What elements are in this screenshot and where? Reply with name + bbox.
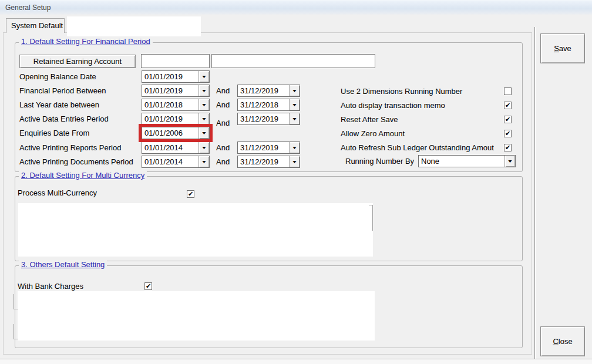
last-year-date-label: Last Year date between bbox=[19, 99, 99, 111]
financial-period-to-combo[interactable]: 31/12/2019 ▼ bbox=[237, 85, 300, 97]
dropdown-button[interactable]: ▼ bbox=[199, 113, 209, 124]
active-printing-reports-label: Active Printing Reports Period bbox=[19, 141, 121, 154]
tab-system-default[interactable]: System Default bbox=[6, 18, 65, 33]
combo-value: 31/12/2019 bbox=[238, 85, 289, 96]
dropdown-button[interactable]: ▼ bbox=[199, 71, 209, 82]
checkmark-icon: ✔ bbox=[188, 191, 193, 197]
chevron-down-icon: ▼ bbox=[291, 160, 297, 164]
close-button[interactable]: Close bbox=[540, 326, 585, 356]
allow-zero-amount-checkbox[interactable]: ✔ bbox=[504, 130, 512, 137]
checkmark-icon: ✔ bbox=[505, 130, 510, 137]
auto-refresh-subledger-checkbox[interactable]: ✔ bbox=[504, 144, 512, 151]
use-2-dimensions-label: Use 2 Dimensions Running Number bbox=[341, 87, 462, 96]
opening-balance-date-label: Opening Balance Date bbox=[19, 70, 96, 83]
active-data-entries-from-combo[interactable]: 01/01/2019 ▼ bbox=[142, 113, 210, 125]
checkmark-icon: ✔ bbox=[146, 283, 151, 289]
financial-period-from-combo[interactable]: 01/01/2019 ▼ bbox=[142, 85, 210, 97]
with-bank-charges-label: With Bank Charges bbox=[18, 280, 83, 292]
chevron-down-icon: ▼ bbox=[201, 75, 207, 79]
chevron-down-icon: ▼ bbox=[291, 146, 297, 150]
chevron-down-icon: ▼ bbox=[291, 117, 297, 121]
reset-after-save-label: Reset After Save bbox=[341, 115, 398, 124]
dropdown-button[interactable]: ▼ bbox=[289, 156, 300, 167]
save-button[interactable]: Save bbox=[540, 33, 585, 63]
running-number-by-combo[interactable]: None ▼ bbox=[418, 155, 516, 167]
chevron-down-icon: ▼ bbox=[201, 146, 207, 150]
running-number-by-label: Running Number By bbox=[345, 155, 414, 167]
combo-value: 01/01/2019 bbox=[142, 113, 199, 124]
vertical-divider-highlight bbox=[535, 27, 536, 359]
process-multi-currency-label: Process Multi-Currency bbox=[18, 187, 97, 199]
combo-value: 31/12/2018 bbox=[238, 99, 289, 110]
auto-display-memo-label: Auto display transaction memo bbox=[341, 101, 445, 110]
dropdown-button[interactable]: ▼ bbox=[289, 99, 300, 110]
last-year-to-combo[interactable]: 31/12/2018 ▼ bbox=[237, 99, 300, 111]
chevron-down-icon: ▼ bbox=[291, 89, 297, 93]
section3-heading: 3. Others Default Setting bbox=[19, 260, 107, 269]
title-bar: General Setup bbox=[0, 0, 592, 15]
dropdown-button[interactable]: ▼ bbox=[289, 113, 300, 124]
dropdown-button[interactable]: ▼ bbox=[289, 142, 300, 153]
checkmark-icon: ✔ bbox=[505, 116, 510, 123]
active-printing-documents-from-combo[interactable]: 01/01/2014 ▼ bbox=[142, 156, 210, 168]
redacted-others-area bbox=[18, 291, 375, 341]
dropdown-button[interactable]: ▼ bbox=[199, 99, 209, 110]
checkmark-icon: ✔ bbox=[505, 144, 510, 151]
combo-value: 01/01/2018 bbox=[142, 99, 199, 110]
auto-display-memo-checkbox[interactable]: ✔ bbox=[504, 102, 512, 109]
retained-earning-account-label: Retained Earning Account bbox=[33, 57, 122, 66]
and-label: And bbox=[216, 141, 230, 154]
dropdown-button[interactable]: ▼ bbox=[504, 156, 515, 167]
combo-value: 31/12/2019 bbox=[238, 113, 289, 124]
chevron-down-icon: ▼ bbox=[201, 117, 207, 121]
active-printing-reports-to-combo[interactable]: 31/12/2019 ▼ bbox=[237, 141, 300, 154]
redacted-multi-currency-area bbox=[18, 203, 373, 257]
bottom-strip bbox=[0, 359, 592, 364]
active-printing-reports-from-combo[interactable]: 01/01/2014 ▼ bbox=[142, 141, 210, 154]
tab-label: System Default bbox=[11, 21, 63, 30]
chevron-down-icon: ▼ bbox=[507, 159, 513, 163]
window-title: General Setup bbox=[5, 4, 51, 12]
active-printing-documents-label: Active Printing Documents Period bbox=[19, 156, 133, 168]
section2-heading: 2. Default Setting For Multi Currency bbox=[19, 171, 147, 180]
allow-zero-amount-label: Allow Zero Amount bbox=[341, 129, 405, 138]
dropdown-button[interactable]: ▼ bbox=[199, 142, 209, 153]
combo-value: None bbox=[419, 156, 504, 167]
section1-heading: 1. Default Setting For Financial Period bbox=[19, 37, 153, 46]
and-label: And bbox=[216, 117, 230, 129]
combo-value: 01/01/2019 bbox=[142, 85, 199, 96]
opening-balance-date-combo[interactable]: 01/01/2019 ▼ bbox=[142, 70, 210, 83]
dropdown-button[interactable]: ▼ bbox=[199, 156, 209, 167]
last-year-from-combo[interactable]: 01/01/2018 ▼ bbox=[142, 99, 210, 111]
with-bank-charges-checkbox[interactable]: ✔ bbox=[144, 282, 152, 290]
combo-value: 31/12/2019 bbox=[238, 142, 289, 153]
chevron-down-icon: ▼ bbox=[201, 89, 207, 93]
checkmark-icon: ✔ bbox=[505, 102, 510, 109]
retained-earning-description-field[interactable] bbox=[211, 54, 375, 68]
dropdown-button[interactable]: ▼ bbox=[289, 85, 300, 96]
use-2-dimensions-checkbox[interactable]: ✔ bbox=[504, 87, 512, 95]
and-label: And bbox=[216, 99, 230, 111]
highlight-red-box bbox=[139, 124, 213, 142]
active-data-entries-label: Active Data Entries Period bbox=[19, 113, 109, 125]
and-label: And bbox=[216, 85, 230, 97]
general-setup-window: General Setup System Default 1. Default … bbox=[0, 0, 592, 364]
financial-period-between-label: Financial Period Between bbox=[19, 85, 106, 97]
and-label: And bbox=[216, 156, 230, 168]
combo-value: 01/01/2014 bbox=[142, 156, 199, 167]
chevron-down-icon: ▼ bbox=[201, 103, 207, 107]
save-button-label: Save bbox=[554, 44, 571, 53]
redacted-tab-area bbox=[67, 16, 201, 36]
auto-refresh-subledger-label: Auto Refresh Sub Ledger Outstanding Amou… bbox=[341, 143, 494, 152]
dropdown-button[interactable]: ▼ bbox=[199, 85, 209, 96]
active-data-entries-to-combo[interactable]: 31/12/2019 ▼ bbox=[237, 113, 300, 125]
reset-after-save-checkbox[interactable]: ✔ bbox=[504, 116, 512, 123]
chevron-down-icon: ▼ bbox=[291, 103, 297, 107]
retained-earning-account-button[interactable]: Retained Earning Account bbox=[19, 55, 136, 68]
close-button-label: Close bbox=[553, 337, 572, 346]
process-multi-currency-checkbox[interactable]: ✔ bbox=[187, 190, 194, 198]
redaction-artifact bbox=[369, 205, 373, 231]
combo-value: 01/01/2019 bbox=[142, 71, 199, 82]
active-printing-documents-to-combo[interactable]: 31/12/2019 ▼ bbox=[237, 156, 300, 168]
retained-earning-code-field[interactable] bbox=[141, 54, 210, 68]
